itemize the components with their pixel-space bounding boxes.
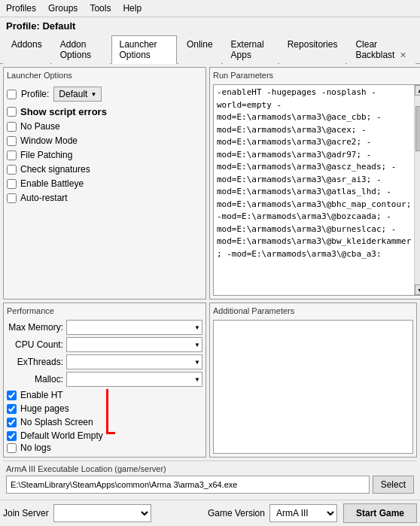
menu-tools[interactable]: Tools [87,2,114,15]
window-mode-checkbox[interactable] [7,136,17,146]
tab-clear-backblast[interactable]: Clear Backblast ✕ [347,35,415,64]
chevron-down-icon: ▼ [194,359,200,366]
profile-checkbox[interactable] [7,90,17,99]
check-signatures-row: Check signatures [7,163,202,175]
additional-parameters-panel: Additional Parameters [209,303,417,458]
main-window: Profiles Groups Tools Help Profile: Defa… [0,0,420,526]
close-icon[interactable]: ✕ [400,50,406,59]
scrollbar[interactable]: ▲ ▼ [414,85,420,295]
executable-label: ArmA III Executable Location (game/serve… [6,464,414,473]
no-splash-checkbox[interactable] [7,418,17,427]
huge-pages-row: Huge pages [7,403,103,415]
window-mode-label: Window Mode [20,135,78,146]
run-parameters-panel: Run Parameters -enableHT -hugepages -nos… [209,67,420,299]
menu-bar: Profiles Groups Tools Help [0,0,420,17]
cpu-count-dropdown[interactable]: ▼ [66,337,202,352]
executable-section: ArmA III Executable Location (game/serve… [3,461,417,497]
show-script-errors-label: Show script errors [20,106,107,117]
launcher-options-title: Launcher Options [7,71,202,80]
enable-battleye-label: Enable Battleye [20,178,84,189]
no-splash-row: No Splash Screen [7,416,103,428]
enable-battleye-row: Enable Battleye [7,178,202,190]
auto-restart-checkbox[interactable] [7,193,17,203]
content-area: Launcher Options Profile: Default ▼ Show… [0,64,420,500]
profile-title: Profile: Default [0,17,420,35]
no-logs-label: No logs [20,442,51,453]
profile-field-label: Profile: [21,89,49,99]
performance-panel: Performance Max Memory: ▼ CPU Count: ▼ E… [3,303,206,458]
tab-online[interactable]: Online [178,35,221,64]
tab-repositories[interactable]: Repositories [279,35,346,64]
executable-path-input[interactable] [6,476,370,494]
huge-pages-checkbox[interactable] [7,404,17,414]
check-signatures-checkbox[interactable] [7,165,17,175]
default-world-empty-checkbox[interactable] [7,431,17,441]
game-version-label: Game Version [208,508,265,518]
chevron-down-icon: ▼ [194,376,200,383]
malloc-dropdown[interactable]: ▼ [66,372,202,387]
scroll-up-icon[interactable]: ▲ [415,85,420,96]
tab-bar: Addons Addon Options Launcher Options On… [0,35,420,64]
perf-checks: Enable HT Huge pages No Splash Screen [7,389,103,442]
cpu-count-label: CPU Count: [7,339,63,350]
malloc-row: Malloc: ▼ [7,372,202,387]
game-version-dropdown[interactable]: ArmA III [269,504,337,522]
file-patching-label: File Patching [20,150,72,160]
max-memory-label: Max Memory: [7,322,63,333]
tab-external-apps[interactable]: External Apps [223,35,278,64]
menu-help[interactable]: Help [120,2,145,15]
bracket-decoration [106,389,115,434]
start-game-button[interactable]: Start Game [343,503,417,523]
additional-parameters-textarea[interactable] [213,320,413,454]
run-parameters-title: Run Parameters [213,71,420,80]
window-mode-row: Window Mode [7,135,202,147]
menu-profiles[interactable]: Profiles [3,2,39,15]
tab-addon-options[interactable]: Addon Options [52,35,110,64]
launcher-options-panel: Launcher Options Profile: Default ▼ Show… [3,67,206,299]
cpu-count-row: CPU Count: ▼ [7,337,202,352]
game-version-row: Game Version ArmA III [208,504,337,522]
auto-restart-label: Auto-restart [20,193,68,203]
select-button[interactable]: Select [373,476,414,494]
run-params-text[interactable]: -enableHT -hugepages -nosplash -world=em… [214,85,414,295]
no-pause-checkbox[interactable] [7,122,17,132]
no-pause-label: No Pause [20,121,60,132]
auto-restart-row: Auto-restart [7,192,202,204]
scroll-down-icon[interactable]: ▼ [415,284,420,295]
enable-ht-row: Enable HT [7,389,103,401]
default-world-empty-row: Default World Empty [7,430,103,442]
max-memory-dropdown[interactable]: ▼ [66,320,202,335]
exthreads-label: ExThreads: [7,357,63,367]
top-panels: Launcher Options Profile: Default ▼ Show… [3,67,417,299]
chevron-down-icon: ▼ [194,342,200,348]
show-script-errors-checkbox[interactable] [7,107,17,117]
additional-parameters-title: Additional Parameters [213,306,413,315]
check-signatures-label: Check signatures [20,164,90,175]
no-logs-checkbox[interactable] [7,443,17,453]
join-server-row: Join Server [3,504,202,522]
join-server-dropdown[interactable] [53,504,151,522]
exthreads-dropdown[interactable]: ▼ [66,354,202,369]
enable-ht-checkbox[interactable] [7,391,17,400]
profile-dropdown[interactable]: Default ▼ [53,87,102,102]
run-params-container: -enableHT -hugepages -nosplash -world=em… [213,84,420,296]
chevron-down-icon: ▼ [90,91,96,98]
default-world-empty-label: Default World Empty [20,430,103,441]
bottom-bar: Join Server Game Version ArmA III Start … [0,500,420,526]
no-pause-row: No Pause [7,120,202,132]
profile-row: Profile: Default ▼ [7,87,202,102]
executable-row: Select [6,476,414,494]
enable-ht-label: Enable HT [20,390,63,400]
scroll-thumb[interactable] [415,106,420,151]
menu-groups[interactable]: Groups [45,2,81,15]
exthreads-row: ExThreads: ▼ [7,354,202,369]
no-splash-label: No Splash Screen [20,417,93,427]
tab-addons[interactable]: Addons [3,35,50,64]
no-logs-row: No logs [7,442,202,454]
enable-battleye-checkbox[interactable] [7,179,17,189]
join-server-label: Join Server [3,508,49,518]
show-script-errors-row: Show script errors [7,105,202,118]
tab-launcher-options[interactable]: Launcher Options [111,35,177,64]
file-patching-checkbox[interactable] [7,151,17,160]
max-memory-row: Max Memory: ▼ [7,320,202,335]
